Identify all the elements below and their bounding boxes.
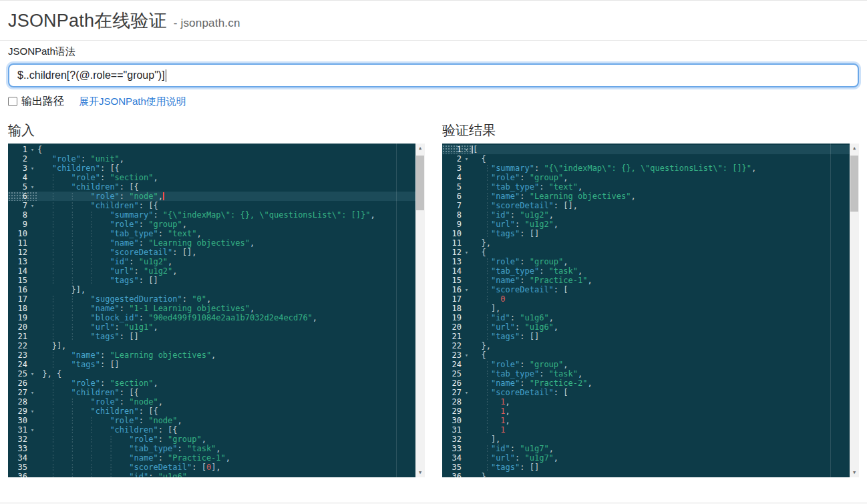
fold-chevron-down-icon[interactable]: ▾ — [462, 248, 472, 257]
code-text: "tab_type": "text", — [37, 229, 415, 238]
token-p — [37, 444, 129, 453]
fold-spacer — [27, 472, 37, 477]
fold-chevron-down-icon[interactable]: ▾ — [462, 285, 472, 294]
fold-chevron-down-icon[interactable]: ▾ — [462, 154, 472, 164]
fold-chevron-down-icon[interactable]: ▾ — [27, 388, 37, 397]
token-p — [37, 313, 90, 322]
code-line: 11 }, — [442, 238, 850, 248]
scrollbar-thumb[interactable] — [850, 156, 858, 212]
code-text: "tags": [] — [472, 463, 850, 472]
token-k: "id" — [491, 444, 510, 453]
code-text: "summary": "{\"indexMap\": {}, \"questio… — [472, 164, 850, 173]
code-text: "role": "node", — [37, 397, 415, 407]
code-text: "role": "group", — [37, 435, 415, 444]
fold-spacer — [27, 220, 37, 229]
code-line: 26 "role": "section", — [8, 379, 415, 388]
gutter-cell: 16▾ — [442, 285, 472, 294]
gutter-cell: 6 — [442, 192, 472, 201]
code-line: 2▾ { — [442, 154, 850, 164]
fold-spacer — [462, 444, 472, 453]
code-line: 5 "tab_type": "text", — [442, 182, 850, 192]
token-p: : [] — [139, 276, 158, 285]
token-p — [472, 164, 491, 173]
token-p — [37, 164, 52, 173]
fold-chevron-down-icon[interactable]: ▾ — [27, 201, 37, 210]
token-p: : — [539, 266, 548, 276]
help-link[interactable]: 展开JSONPath使用说明 — [79, 95, 186, 107]
input-editor[interactable]: 1▾{2 "role": "unit",3▾ "children": [{4 "… — [8, 144, 425, 477]
gutter-cell: 2 — [8, 154, 37, 164]
token-k: "children" — [110, 425, 158, 435]
code-area[interactable]: 1▾{2 "role": "unit",3▾ "children": [{4 "… — [8, 145, 415, 477]
fold-chevron-down-icon[interactable]: ▾ — [462, 388, 472, 397]
line-number: 10 — [8, 229, 27, 238]
print-margin-ruler — [396, 144, 397, 477]
code-text: "scoreDetail": [ — [472, 285, 850, 294]
fold-chevron-down-icon[interactable]: ▾ — [27, 182, 37, 192]
token-k: "children" — [71, 182, 120, 192]
scroll-up-icon[interactable]: ▲ — [415, 144, 425, 153]
scrollbar-thumb[interactable] — [416, 156, 424, 210]
code-line: 18 "name": "1-1 Learning objectives", — [8, 304, 415, 313]
code-line: 28 1, — [442, 397, 850, 407]
code-line: 4 "role": "section", — [8, 173, 415, 182]
line-number: 25 — [8, 369, 27, 379]
fold-chevron-down-icon[interactable]: ▾ — [462, 145, 472, 154]
fold-chevron-down-icon[interactable]: ▾ — [27, 407, 37, 416]
token-p: : — [520, 257, 529, 266]
vertical-scrollbar[interactable]: ▲ ▼ — [415, 144, 425, 477]
gutter-cell: 16 — [8, 285, 37, 294]
token-k: "name" — [491, 192, 520, 201]
gutter-cell: 30 — [442, 416, 472, 425]
token-k: "url" — [491, 322, 515, 332]
code-area[interactable]: 1▾[2▾ {3 "summary": "{\"indexMap\": {}, … — [442, 145, 850, 477]
code-text: "url": "u1g2", — [37, 266, 415, 276]
token-k: "scoreDetail" — [491, 388, 554, 397]
code-text: "id": "u1g2", — [37, 257, 415, 266]
code-text: 0 — [472, 294, 850, 304]
token-p — [37, 407, 90, 416]
scroll-down-icon[interactable]: ▼ — [850, 468, 859, 477]
code-line: 6 "name": "Learning objectives", — [442, 192, 850, 201]
token-p: : — [100, 173, 110, 182]
fold-spacer — [27, 304, 37, 313]
code-text: "url": "u1g1", — [37, 322, 415, 332]
line-number: 35 — [8, 463, 27, 472]
code-text: "tags": [] — [37, 276, 415, 285]
token-p: , — [216, 444, 220, 453]
code-text: 1 — [472, 425, 850, 435]
output-path-checkbox[interactable] — [8, 97, 17, 106]
token-p — [472, 360, 491, 369]
jsonpath-input[interactable]: $..children[?(@.role=="group")] — [8, 63, 859, 87]
gutter-cell: 19 — [442, 313, 472, 322]
fold-chevron-down-icon[interactable]: ▾ — [27, 425, 37, 435]
line-number: 21 — [8, 332, 27, 341]
line-number: 8 — [442, 210, 462, 220]
line-number: 29 — [442, 407, 462, 416]
fold-chevron-down-icon[interactable]: ▾ — [462, 350, 472, 360]
scroll-down-icon[interactable]: ▼ — [415, 468, 425, 477]
code-line: 13 "role": "group", — [442, 257, 850, 266]
gutter-cell: 22 — [442, 341, 472, 350]
code-text: "name": "1-1 Learning objectives", — [37, 304, 415, 313]
code-text: "id": "u1g2", — [472, 210, 850, 220]
gutter-cell: 14 — [442, 266, 472, 276]
scroll-up-icon[interactable]: ▲ — [850, 144, 859, 153]
token-p — [37, 257, 110, 266]
fold-chevron-down-icon[interactable]: ▾ — [27, 369, 37, 379]
token-k: "name" — [491, 379, 520, 388]
code-line: 35 "tags": [] — [442, 463, 850, 472]
fold-chevron-down-icon[interactable]: ▾ — [27, 145, 37, 154]
token-k: "tags" — [110, 276, 138, 285]
vertical-scrollbar[interactable]: ▲ ▼ — [850, 144, 859, 477]
token-v: "section" — [110, 379, 153, 388]
fold-chevron-down-icon[interactable]: ▾ — [27, 164, 37, 173]
code-text: "tags": [] — [472, 332, 850, 341]
line-number: 28 — [442, 397, 462, 407]
result-editor[interactable]: 1▾[2▾ {3 "summary": "{\"indexMap\": {}, … — [442, 144, 859, 477]
line-number: 20 — [8, 322, 27, 332]
fold-spacer — [27, 257, 37, 266]
gutter-cell: 36 — [442, 472, 472, 477]
code-line: 34 "name": "Practice-1", — [8, 453, 415, 463]
output-path-label: 输出路径 — [21, 95, 64, 107]
